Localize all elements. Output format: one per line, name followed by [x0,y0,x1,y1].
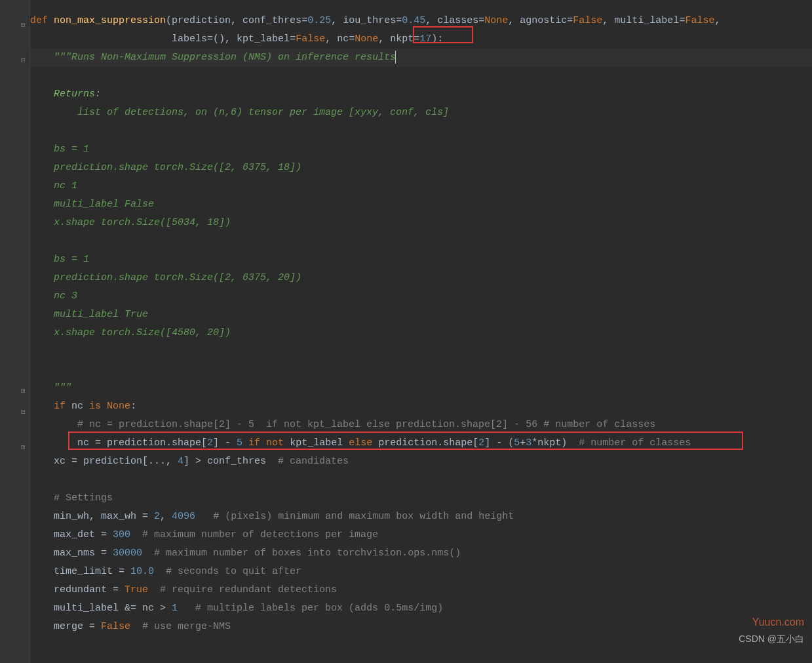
gutter: ⊟ ⊟ ⊞ ⊟ ⊞ [0,0,30,663]
code-line [30,342,812,361]
code-line: multi_label False [30,195,812,214]
fold-open-icon[interactable]: ⊞ [21,382,28,388]
code-line: x.shape torch.Size([5034, 18]) [30,214,812,232]
text-cursor [395,50,396,64]
code-line [30,67,812,85]
code-line: bs = 1 [30,251,812,269]
code-line: if nc is None: [30,397,812,416]
code-line: multi_label &= nc > 1 # multiple labels … [30,599,812,618]
code-line: # Settings [30,489,812,508]
code-line: list of detections, on (n,6) tensor per … [30,104,812,122]
code-line [30,471,812,489]
code-line: multi_label True [30,306,812,324]
code-line: """Runs Non-Maximum Suppression (NMS) on… [30,49,812,67]
code-line: Returns: [30,85,812,104]
code-line: redundant = True # require redundant det… [30,581,812,599]
watermark-yuucn: Yuucn.com [752,613,804,632]
code-line: labels=(), kpt_label=False, nc=None, nkp… [30,30,812,49]
code-line: xc = prediction[..., 4] > conf_thres # c… [30,452,812,471]
code-line: max_det = 300 # maximum number of detect… [30,526,812,544]
code-line: x.shape torch.Size([4580, 20]) [30,324,812,342]
code-line: time_limit = 10.0 # seconds to quit afte… [30,563,812,581]
code-line: nc 1 [30,177,812,195]
fold-open-icon[interactable]: ⊞ [21,438,28,445]
code-line [30,361,812,379]
code-editor[interactable]: def non_max_suppression(prediction, conf… [30,0,812,636]
code-line: nc 3 [30,287,812,306]
code-line: min_wh, max_wh = 2, 4096 # (pixels) mini… [30,508,812,526]
fold-icon[interactable]: ⊟ [21,403,28,409]
fold-icon[interactable]: ⊟ [21,51,28,58]
code-line: nc = prediction.shape[2] - 5 if not kpt_… [30,434,812,452]
code-line: def non_max_suppression(prediction, conf… [30,12,812,30]
code-line [30,232,812,251]
code-line: # nc = prediction.shape[2] - 5 if not kp… [30,416,812,434]
fold-icon[interactable]: ⊟ [21,16,28,22]
code-line: """ [30,379,812,397]
code-line [30,122,812,140]
watermark-csdn: CSDN @五小白 [739,630,804,648]
code-line: max_nms = 30000 # maximum number of boxe… [30,544,812,563]
code-line: prediction.shape torch.Size([2, 6375, 20… [30,269,812,287]
code-line: merge = False # use merge-NMS [30,618,812,636]
code-line: bs = 1 [30,140,812,159]
code-line: prediction.shape torch.Size([2, 6375, 18… [30,159,812,177]
